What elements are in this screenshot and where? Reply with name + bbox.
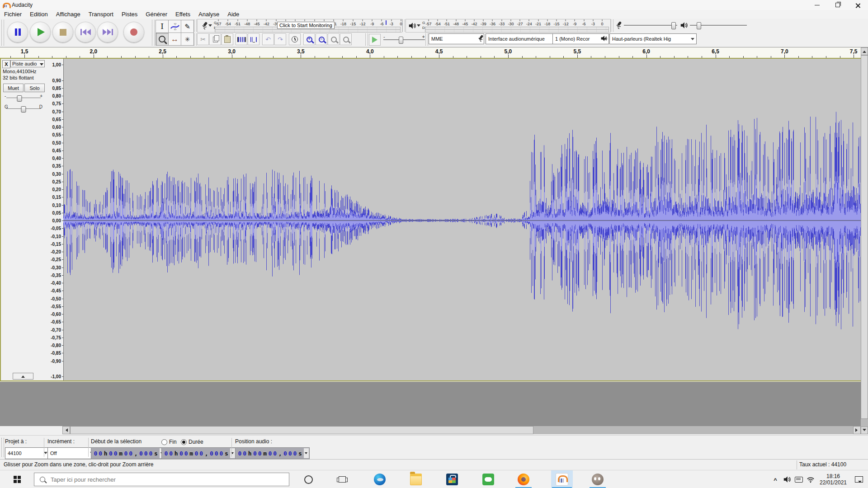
zoom-tool-button[interactable]	[156, 33, 169, 46]
time-digit[interactable]: 0	[148, 450, 153, 457]
track-close-button[interactable]: X	[2, 60, 10, 68]
hidden-icons-button[interactable]: ^	[769, 470, 781, 488]
time-digit[interactable]: 0	[268, 450, 273, 457]
time-digit[interactable]: h	[247, 450, 253, 457]
taskbar-store[interactable]	[441, 470, 463, 488]
playback-volume-thumb[interactable]	[697, 22, 701, 29]
skip-to-start-button[interactable]	[75, 22, 96, 42]
time-digit[interactable]: 0	[242, 450, 247, 457]
scroll-left-button[interactable]	[62, 426, 70, 434]
play-at-speed-button[interactable]	[369, 34, 381, 46]
time-digit[interactable]: 0	[169, 450, 174, 457]
time-digit[interactable]: 0	[108, 450, 113, 457]
play-button[interactable]	[30, 22, 51, 42]
menu-effets[interactable]: Effets	[171, 10, 194, 19]
close-button[interactable]	[848, 0, 868, 10]
fit-selection-button[interactable]	[328, 33, 340, 45]
gain-slider[interactable]: - +	[4, 93, 43, 102]
playback-device-select[interactable]: Haut-parleurs (Realtek Hig	[609, 33, 697, 44]
copy-button[interactable]	[209, 33, 221, 45]
time-digit[interactable]: 0	[219, 450, 224, 457]
waveform-display[interactable]	[63, 59, 862, 382]
fit-project-button[interactable]	[340, 33, 352, 45]
time-digit[interactable]: m	[189, 450, 194, 457]
playback-speed-slider[interactable]: - +	[383, 36, 425, 44]
zoom-in-button[interactable]: +	[303, 33, 315, 45]
trim-outside-selection-button[interactable]	[236, 33, 247, 45]
selection-duration-field[interactable]: 00h00m00,000s	[161, 447, 236, 459]
menu-analyse[interactable]: Analyse	[194, 10, 223, 19]
vertical-scale-ruler[interactable]: 1,000,900,850,800,750,700,650,600,550,50…	[47, 59, 64, 380]
radio-duration[interactable]	[181, 439, 187, 445]
restore-button[interactable]	[827, 0, 848, 10]
cortana-button[interactable]	[297, 470, 319, 488]
vertical-scrollbar[interactable]	[861, 47, 868, 434]
recording-meter[interactable]: GD-57-54-51-48-45-42-39-36-33-30-27-24-2…	[197, 19, 402, 33]
recording-volume-thumb[interactable]	[671, 22, 676, 29]
time-digit[interactable]: 0	[237, 450, 242, 457]
time-digit[interactable]: s	[153, 450, 159, 457]
mute-button[interactable]: Muet	[3, 84, 24, 92]
start-button[interactable]	[6, 470, 28, 488]
pause-button[interactable]	[7, 22, 28, 42]
edit-toolbar-grip[interactable]	[194, 33, 197, 46]
time-digit[interactable]: 0	[252, 450, 257, 457]
solo-button[interactable]: Solo	[24, 84, 45, 92]
project-rate-select[interactable]: 44100	[5, 447, 50, 459]
playback-speed-thumb[interactable]	[399, 37, 403, 44]
device-toolbar-grip[interactable]	[425, 33, 428, 46]
vertical-scroll-thumb[interactable]	[861, 55, 868, 419]
transcription-toolbar-grip[interactable]	[365, 33, 368, 46]
volume-tray-button[interactable]	[781, 470, 793, 488]
task-view-button[interactable]	[331, 470, 353, 488]
taskbar-green-app[interactable]	[477, 470, 499, 488]
time-digit[interactable]: 0	[194, 450, 199, 457]
time-digit[interactable]: s	[224, 450, 229, 457]
host-select[interactable]: MME	[429, 33, 484, 44]
time-digit[interactable]: 0	[184, 450, 189, 457]
timeline-ruler[interactable]: 1,52,02,53,03,54,04,55,05,56,06,57,07,5	[0, 47, 868, 58]
pan-slider[interactable]: G D	[4, 104, 43, 113]
record-button[interactable]	[123, 22, 144, 42]
horizontal-scroll-thumb[interactable]	[70, 426, 533, 434]
time-digit[interactable]: 0	[98, 450, 103, 457]
playback-volume-slider[interactable]	[690, 21, 747, 29]
pan-thumb[interactable]	[21, 106, 26, 113]
time-digit[interactable]: s	[297, 450, 303, 457]
time-digit[interactable]: ,	[278, 450, 283, 457]
taskbar-file-explorer[interactable]	[405, 470, 427, 488]
monitoring-tooltip[interactable]: Click to Start Monitoring	[277, 22, 335, 29]
audio-position-field[interactable]: 00h00m00,000s	[235, 447, 310, 459]
time-digit[interactable]: 0	[273, 450, 278, 457]
radio-end[interactable]	[161, 439, 167, 445]
menu-aide[interactable]: Aide	[223, 10, 243, 19]
time-digit[interactable]: h	[174, 450, 179, 457]
scroll-down-button[interactable]	[861, 427, 868, 434]
action-center-button[interactable]	[850, 470, 868, 488]
track-menu[interactable]: Piste audio	[10, 60, 45, 67]
time-digit[interactable]: m	[118, 450, 123, 457]
time-shift-tool-button[interactable]: ↔	[168, 33, 181, 46]
selection-start-field[interactable]: 00h00m00,000s	[91, 447, 165, 459]
time-digit[interactable]: 0	[123, 450, 128, 457]
cut-button[interactable]: ✂	[197, 33, 209, 45]
time-digit[interactable]: 0	[199, 450, 204, 457]
silence-selection-button[interactable]	[248, 33, 259, 45]
draw-tool-button[interactable]: ✎	[181, 20, 194, 33]
gain-thumb[interactable]	[17, 95, 22, 102]
stop-button[interactable]	[52, 22, 73, 42]
time-digit[interactable]: 0	[209, 450, 214, 457]
scroll-right-button[interactable]	[853, 426, 861, 434]
time-digit[interactable]: 0	[257, 450, 262, 457]
menu-affichage[interactable]: Affichage	[52, 10, 85, 19]
menu-fichier[interactable]: Fichier	[0, 10, 26, 19]
zoom-out-button[interactable]: −	[316, 33, 327, 45]
multi-tool-button[interactable]: ✳	[181, 33, 194, 46]
transport-toolbar-grip[interactable]	[1, 20, 4, 46]
time-digit[interactable]: 0	[179, 450, 184, 457]
record-meter-grip[interactable]	[194, 19, 197, 32]
scroll-up-button[interactable]	[861, 47, 868, 55]
taskbar-clock[interactable]: 18:16 22/01/2021	[816, 473, 850, 486]
time-digit[interactable]: h	[103, 450, 108, 457]
time-digit[interactable]: 0	[138, 450, 143, 457]
